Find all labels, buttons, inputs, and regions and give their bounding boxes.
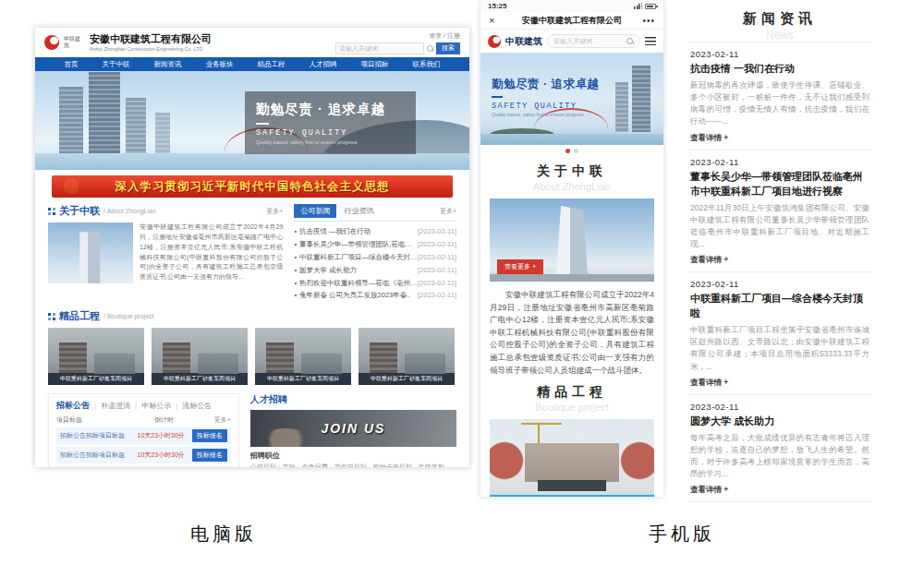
zhonglian-logo-icon: [488, 35, 501, 48]
hero-banner[interactable]: 勤勉尽责 · 追求卓越 SAFETY QUALITY Quality-based…: [35, 71, 469, 170]
detail-link[interactable]: 查看详情 +: [690, 378, 869, 389]
comparison-canvas: 中联建筑 安徽中联建筑工程有限公司 Anhui Zhonglian Constr…: [0, 0, 924, 565]
tab-company-news[interactable]: 公司新闻: [294, 204, 336, 218]
hamburger-menu-icon[interactable]: [645, 37, 656, 45]
hero-dash: [256, 123, 269, 125]
hero-water: [480, 134, 663, 145]
mobile-search-input[interactable]: [553, 38, 626, 44]
tab-bid-failed[interactable]: 流标公告: [182, 401, 212, 411]
login-register-link[interactable]: 登录 / 注册: [429, 31, 460, 41]
mobile-about-photo[interactable]: 查看更多 +: [490, 198, 654, 282]
detail-link[interactable]: 查看详情 +: [690, 255, 869, 266]
bid-row[interactable]: 招标公告招标项目标题 10天23小时30分 投标报名: [56, 466, 231, 467]
search-button[interactable]: 搜索: [436, 42, 460, 54]
more-options-icon[interactable]: •••: [627, 16, 655, 26]
news-feed-item[interactable]: 2023-02-11 中联重科新工厂项目—综合楼今天封顶啦 中联重科新工厂项目工…: [688, 271, 871, 394]
bullet: •: [294, 277, 297, 290]
bullet: •: [294, 225, 297, 238]
carousel-dot-active[interactable]: [565, 149, 570, 153]
bullet: •: [294, 289, 297, 302]
nav-item-about[interactable]: 关于中联: [103, 60, 130, 69]
close-icon[interactable]: ×: [489, 15, 517, 26]
mobile-site-header: 中联建筑: [480, 30, 663, 53]
nav-item-recruit[interactable]: 人才招聘: [310, 60, 337, 69]
news-list-item[interactable]: • 热烈欢迎中联重科领导—莅临《亳州市中.. [2023-02-11]: [294, 277, 456, 290]
wechat-titlebar: × 安徽中联建筑工程有限公司 •••: [480, 12, 663, 30]
mobile-site-preview: 15:25 × 安徽中联建筑工程有限公司 ••• 中联建筑: [480, 0, 663, 497]
bid-signup-button[interactable]: 投标报名: [192, 429, 227, 442]
about-building-photo[interactable]: [48, 222, 133, 283]
view-more-button[interactable]: 查看更多 +: [497, 259, 543, 274]
theme-banner[interactable]: 深入学习贯彻习近平新时代中国特色社会主义思想: [52, 175, 453, 198]
tab-bid-addendum[interactable]: 补遗澄清: [101, 401, 130, 411]
prev-arrow-icon[interactable]: ‹: [499, 495, 503, 497]
recruit-text: 公司福利：五险、包食宿费、节假日福利、购物卡等福利、年终奖励，联系人及联系电话…: [250, 463, 456, 467]
news-feed-item[interactable]: 2023-02-11 董事长吴少华—带领管理团队莅临亳州市中联重科新工厂项目地进…: [688, 150, 871, 272]
join-us-banner[interactable]: JOIN US: [250, 410, 456, 447]
hero-slogan: 勤勉尽责 · 追求卓越: [256, 101, 405, 118]
tab-bid-winner[interactable]: 中标公示: [141, 401, 171, 411]
project-caption-bar: ‹ 西湖水岸项目 ›: [490, 495, 654, 497]
hero-building: [615, 82, 628, 132]
wechat-page-title: 安徽中联建筑工程有限公司: [517, 15, 627, 27]
nav-item-home[interactable]: 首页: [65, 60, 79, 69]
bid-row[interactable]: 招标公告招标项目标题 10天23小时30分 投标报名: [56, 447, 231, 463]
project-card[interactable]: 中联重科新工厂砂浆车间项目: [255, 328, 351, 385]
signal-icon: [634, 3, 642, 9]
mobile-hero-banner[interactable]: 勤勉尽责 · 追求卓越 SAFETY QUALITY Quality-based…: [480, 53, 663, 145]
about-title-en: / About ZhongLian: [103, 208, 156, 214]
bid-row[interactable]: 招标公告招标项目标题 10天23小时30分 投标报名: [56, 427, 231, 444]
nav-item-business[interactable]: 业务板块: [206, 60, 234, 69]
mobile-project-slide[interactable]: ‹ 西湖水岸项目 ›: [490, 419, 654, 497]
tab-bid-announcement[interactable]: 招标公告: [56, 400, 90, 412]
recruit-section: 人才招聘 JOIN US 招聘职位 公司福利：五险、包食宿费、节假日福利、购物卡…: [250, 393, 456, 467]
bid-col-title: 项目标题: [56, 415, 82, 425]
company-name-en: Anhui Zhonglian Construction Engineering…: [90, 46, 202, 51]
desktop-navbar: 首页 关于中联 新闻资讯 业务板块 精品工程 人才招聘 项目招标 联系我们: [35, 57, 469, 71]
news-list-item[interactable]: • 董事长吴少华—带领管理团队,莅临亳州市.. [2023-02-11]: [294, 238, 456, 251]
search-icon: [626, 38, 634, 45]
news-more-link[interactable]: 更多+: [440, 207, 456, 216]
nav-item-contact[interactable]: 联系我们: [413, 60, 441, 69]
nav-item-news[interactable]: 新闻资讯: [154, 60, 182, 69]
project-card[interactable]: 中联重科新工厂砂浆车间项目: [152, 328, 248, 385]
projects-section: 精品工程 / Boutique project 中联重科新工厂砂浆车间项目 中联…: [48, 309, 456, 385]
mobile-projects-heading: 精品工程 Boutique project: [480, 384, 663, 413]
next-arrow-icon[interactable]: ›: [641, 495, 645, 497]
project-card[interactable]: 中联重科新工厂砂浆车间项目: [48, 328, 144, 385]
mobile-hero-subtext: Quality-based, safety first to ensure pr…: [492, 112, 600, 117]
carousel-dot[interactable]: [574, 149, 578, 153]
project-card[interactable]: 中联重科新工厂砂浆车间项目: [359, 328, 455, 385]
bullet: •: [294, 264, 297, 277]
mobile-search-box[interactable]: [547, 34, 640, 48]
news-feed-item[interactable]: 2023-02-11 圆梦大学 成长助力 每年高考之后，大批成绩优异的有志青年将…: [688, 394, 871, 502]
tab-industry-news[interactable]: 行业资讯: [344, 206, 373, 216]
nav-item-projects[interactable]: 精品工程: [258, 60, 286, 69]
mobile-news-feed: 新闻资讯 News 2023-02-11 抗击疫情 一我们在行动 新冠病毒的再次…: [688, 5, 871, 511]
search-icon: [427, 45, 433, 52]
bid-more-link[interactable]: 更多+: [214, 415, 231, 425]
mobile-about-text: 安徽中联建筑工程有限公司成立于2022年4月29日，注册地址安徽省亳州市高新区亳…: [490, 289, 654, 377]
building-shape: [556, 206, 588, 274]
status-time: 15:25: [488, 2, 506, 10]
about-title: 关于中联: [59, 204, 100, 218]
gate-building: [525, 443, 619, 482]
about-more-link[interactable]: 更多+: [266, 207, 283, 216]
news-list-item[interactable]: • 抗击疫情 —我们在行动 [2023-02-11]: [294, 225, 456, 238]
nav-item-bidding[interactable]: 项目招标: [361, 60, 389, 69]
desktop-header: 中联建筑 安徽中联建筑工程有限公司 Anhui Zhonglian Constr…: [35, 28, 469, 57]
news-list-item[interactable]: • 中联重科新工厂项目—综合楼今天封顶啦 [2023-02-11]: [294, 251, 456, 264]
news-feed-item[interactable]: 2023-02-11 热烈欢迎中联重科领导—莅临《亳州市中联重科新工厂项目》视察…: [688, 501, 871, 511]
news-list-item[interactable]: • 兔年新春 公司为员工发放2023年春.. [2023-02-11]: [294, 289, 456, 302]
desktop-version-label: 电脑版: [190, 522, 257, 547]
about-text: 安徽中联建筑工程有限公司成立于2022年4月29日，注册地址安徽省亳州市高新区亳…: [140, 222, 283, 283]
bid-signup-button[interactable]: 投标报名: [192, 449, 227, 462]
search-input[interactable]: [335, 42, 424, 54]
section-grid-icon: [48, 313, 55, 320]
detail-link[interactable]: 查看详情 +: [690, 485, 869, 496]
news-feed-item[interactable]: 2023-02-11 抗击疫情 一我们在行动 新冠病毒的再次肆虐，致使学生停课、…: [688, 42, 871, 150]
hero-building: [89, 72, 120, 153]
battery-icon: [645, 4, 656, 9]
detail-link[interactable]: 查看详情 +: [690, 133, 869, 144]
news-list-item[interactable]: • 圆梦大学 成长助力 [2023-02-11]: [294, 264, 456, 277]
